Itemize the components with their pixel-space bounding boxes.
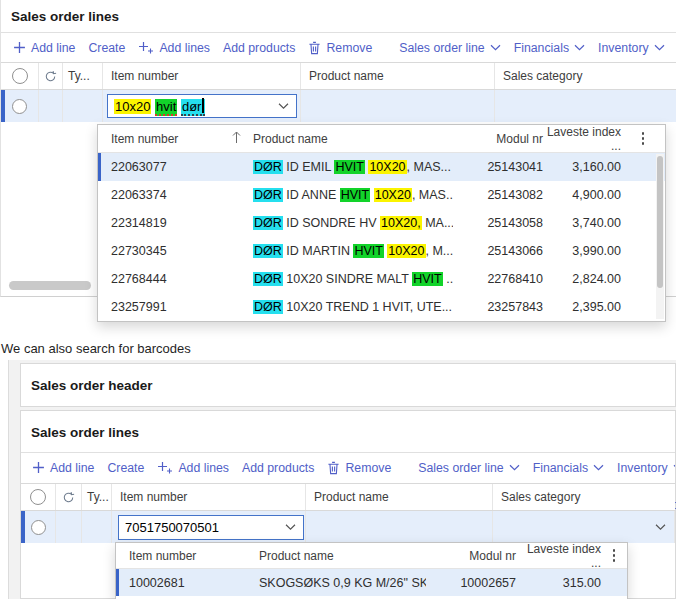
column-header-item-number[interactable]: Item number xyxy=(103,63,301,89)
lookup-result-row[interactable]: 22063374DØR ID ANNE HVIT 10X20, MAS...25… xyxy=(98,181,665,209)
toolbar-item-label: Remove xyxy=(345,461,391,475)
sales-order-header-panel[interactable]: Sales order header xyxy=(20,363,676,407)
row-product-cell[interactable] xyxy=(306,511,493,543)
select-all-radio[interactable] xyxy=(12,68,28,84)
chevron-down-icon[interactable] xyxy=(285,524,296,531)
column-header-type[interactable]: Ty... xyxy=(63,63,103,89)
lookup-header-row: Item number Product name Modul nr Lavest… xyxy=(116,543,627,569)
chevron-down-icon[interactable] xyxy=(278,103,289,110)
lookup-result-row[interactable]: 22768444DØR 10X20 SINDRE MALT HVIT ...22… xyxy=(98,265,665,293)
panel-title: Sales order lines xyxy=(11,9,119,24)
chevron-down-icon xyxy=(509,464,520,471)
toolbar-item-sales-order-line[interactable]: Sales order line xyxy=(418,461,519,475)
toolbar-item-add-line[interactable]: Add line xyxy=(13,41,75,55)
lookup-result-row[interactable]: 22314819DØR ID SONDRE HV 10X20, MA...251… xyxy=(98,209,665,237)
lookup-column-item-number[interactable]: Item number xyxy=(111,131,241,147)
toolbar-item-label: Add lines xyxy=(159,41,210,55)
search-term-highlight-cyan: DØR xyxy=(253,272,283,286)
row-select-radio[interactable] xyxy=(12,99,27,114)
refresh-icon[interactable] xyxy=(44,70,57,83)
toolbar-item-remove[interactable]: Remove xyxy=(327,461,391,475)
toolbar-item-remove[interactable]: Remove xyxy=(308,41,372,55)
toolbar-item-add-products[interactable]: Add products xyxy=(242,461,314,475)
lookup-result-row[interactable]: 22730345DØR ID MARTIN HVIT 10X20, M...25… xyxy=(98,237,665,265)
horizontal-scrollbar-thumb[interactable] xyxy=(9,281,91,290)
toolbar-item-add-lines[interactable]: Add lines xyxy=(157,461,229,475)
item-search-text[interactable]: 10x20 hvit dør xyxy=(114,98,205,114)
column-header-item-number[interactable]: Item number xyxy=(112,484,306,510)
lookup-column-laveste-index[interactable]: Laveste index ... xyxy=(543,125,621,153)
row-refresh-cell xyxy=(56,511,82,543)
toolbar-item-inventory[interactable]: Inventory xyxy=(598,41,665,55)
toolbar-item-add-products[interactable]: Add products xyxy=(223,41,295,55)
column-header-sales-category[interactable]: Sales category xyxy=(495,63,676,89)
lookup-result-row[interactable]: 22063077DØR ID EMIL HVIT 10X20, MAS...25… xyxy=(98,153,665,181)
row-product-cell[interactable] xyxy=(301,90,495,122)
lookup-result-row[interactable]: 10002681SKOGSØKS 0,9 KG M/26" SKAFT,...1… xyxy=(116,569,627,596)
toolbar-item-label: Financials xyxy=(514,41,569,55)
lookup-column-item-number[interactable]: Item number xyxy=(129,549,247,563)
row-select-cell[interactable] xyxy=(21,511,56,543)
toolbar-item-create[interactable]: Create xyxy=(88,41,125,55)
lookup-column-product-name[interactable]: Product name xyxy=(247,549,426,563)
lookup-column-modul-nr[interactable]: Modul nr xyxy=(453,132,543,146)
item-search-text[interactable]: 7051750070501 xyxy=(125,520,219,535)
select-all-cell[interactable] xyxy=(21,484,56,510)
panel-title: Sales order header xyxy=(31,378,153,393)
lookup-item-number: 10002681 xyxy=(129,576,247,590)
toolbar-item-financials[interactable]: Financials xyxy=(514,41,585,55)
toolbar-item-label: Inventory xyxy=(598,41,649,55)
search-term-highlight-yellow: 10x20 xyxy=(114,99,151,114)
select-all-cell[interactable] xyxy=(1,63,39,89)
more-options-icon[interactable] xyxy=(613,548,616,564)
row-select-cell[interactable] xyxy=(1,90,39,122)
toolbar-item-label: Add line xyxy=(50,461,94,475)
search-term-highlight-yellow: 10X20 xyxy=(387,244,425,258)
toolbar-item-create[interactable]: Create xyxy=(107,461,144,475)
lookup-product-name: SKOGSØKS 0,9 KG M/26" SKAFT,... xyxy=(247,576,426,590)
lookup-item-number: 22768444 xyxy=(111,272,241,286)
lookup-column-laveste-index[interactable]: Laveste index ... xyxy=(516,542,601,570)
toolbar-item-financials[interactable]: Financials xyxy=(533,461,604,475)
row-type-cell xyxy=(82,511,112,543)
column-header-sales-category[interactable]: Sales category xyxy=(493,484,675,510)
lookup-product-name: DØR ID MARTIN HVIT 10X20, M... xyxy=(241,244,453,258)
column-header-product-name[interactable]: Product name xyxy=(306,484,493,510)
toolbar-item-label: Remove xyxy=(326,41,372,55)
item-number-combobox[interactable]: 7051750070501 xyxy=(118,515,304,540)
item-lookup-flyout: Item number Product name Modul nr Lavest… xyxy=(97,124,666,322)
search-term-highlight-green: hvit xyxy=(155,99,177,116)
row-sales-category-cell[interactable] xyxy=(493,511,675,543)
toolbar-item-add-line[interactable]: Add line xyxy=(32,461,94,475)
item-number-combobox[interactable]: 10x20 hvit dør xyxy=(107,94,297,118)
search-term-highlight-cyan: DØR xyxy=(253,244,283,258)
lookup-product-name: DØR ID EMIL HVIT 10X20, MAS... xyxy=(241,160,453,174)
more-options-icon[interactable] xyxy=(642,131,645,147)
chevron-down-icon[interactable] xyxy=(655,524,666,531)
toolbar-item-label: Create xyxy=(107,461,144,475)
vertical-scrollbar[interactable] xyxy=(656,154,664,319)
grid-header-row: Ty... Item number Product name Sales cat… xyxy=(1,62,676,90)
vertical-scrollbar-thumb[interactable] xyxy=(657,156,663,288)
toolbar-item-sales-order-line[interactable]: Sales order line xyxy=(399,41,500,55)
lookup-result-row[interactable]: 23257991DØR 10X20 TREND 1 HVIT, UTE...23… xyxy=(98,293,665,321)
grid-header-row: Ty... Item number Product name Sales cat… xyxy=(21,483,675,511)
lookup-column-product-name[interactable]: Product name xyxy=(241,132,453,146)
refresh-cell[interactable] xyxy=(39,63,63,89)
column-header-type[interactable]: Ty... xyxy=(82,484,112,510)
plus-icon xyxy=(13,41,26,54)
toolbar-item-add-lines[interactable]: Add lines xyxy=(138,41,210,55)
lookup-column-modul-nr[interactable]: Modul nr xyxy=(426,549,516,563)
refresh-cell[interactable] xyxy=(56,484,82,510)
lookup-item-number: 22314819 xyxy=(111,216,241,230)
lookup-laveste-index: 315.00 xyxy=(516,576,601,590)
lookup-item-number: 23257991 xyxy=(111,300,241,314)
lookup-product-name: DØR 10X20 SINDRE MALT HVIT ... xyxy=(241,272,453,286)
column-header-product-name[interactable]: Product name xyxy=(301,63,495,89)
select-all-radio[interactable] xyxy=(30,489,46,505)
search-term-highlight-green: HVIT xyxy=(334,160,364,174)
row-sales-category-cell[interactable] xyxy=(495,90,676,122)
row-select-radio[interactable] xyxy=(31,520,46,535)
toolbar-item-label: Add line xyxy=(31,41,75,55)
refresh-icon[interactable] xyxy=(62,491,75,504)
